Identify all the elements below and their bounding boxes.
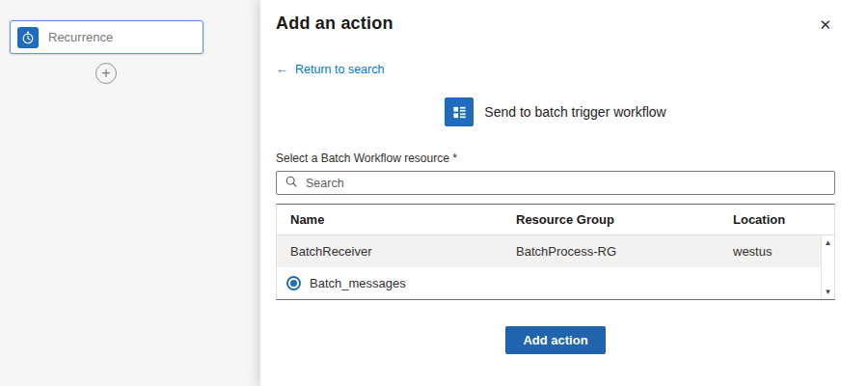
column-header-resource-group: Resource Group (502, 212, 719, 227)
return-to-search-link[interactable]: ← Return to search (276, 62, 384, 76)
batch-icon (445, 97, 474, 126)
cell-name: Batch_messages (310, 276, 406, 290)
resource-label: Select a Batch Workflow resource * (276, 152, 835, 165)
recurrence-clock-icon (17, 27, 39, 48)
search-icon (285, 175, 298, 192)
add-action-panel: Add an action ✕ ← Return to search Send … (260, 0, 868, 386)
back-link-label: Return to search (295, 63, 384, 76)
add-step-button[interactable]: + (95, 63, 117, 84)
cell-name: BatchReceiver (277, 244, 502, 259)
panel-title: Add an action (276, 14, 393, 34)
radio-button-selected[interactable] (286, 276, 301, 290)
operation-header: Send to batch trigger workflow (276, 97, 835, 126)
table-row[interactable]: BatchReceiver BatchProcess-RG westus (277, 235, 821, 267)
recurrence-trigger-card[interactable]: Recurrence (10, 20, 203, 54)
add-action-button[interactable]: Add action (505, 326, 605, 354)
trigger-label: Recurrence (48, 30, 113, 44)
scroll-up-icon[interactable]: ▲ (825, 238, 832, 247)
resource-table: Name Resource Group Location BatchReceiv… (276, 204, 835, 300)
table-header-row: Name Resource Group Location (277, 205, 834, 235)
column-header-name: Name (277, 212, 502, 227)
table-body: BatchReceiver BatchProcess-RG westus Bat… (277, 235, 834, 299)
scroll-down-icon[interactable]: ▼ (825, 288, 832, 296)
column-header-location: Location (719, 212, 834, 227)
table-row[interactable]: Batch_messages (277, 267, 821, 299)
designer-canvas: Recurrence + (0, 0, 260, 386)
cell-location: westus (719, 244, 821, 259)
cell-resource-group: BatchProcess-RG (502, 244, 719, 259)
operation-title: Send to batch trigger workflow (484, 104, 665, 120)
table-scrollbar[interactable]: ▲ ▼ (821, 235, 834, 299)
panel-header: Add an action ✕ (276, 14, 835, 37)
search-input[interactable] (306, 177, 827, 190)
back-arrow-icon: ← (276, 62, 288, 76)
panel-footer: Add action (276, 326, 835, 354)
close-icon[interactable]: ✕ (815, 14, 835, 37)
search-box[interactable] (276, 171, 835, 195)
